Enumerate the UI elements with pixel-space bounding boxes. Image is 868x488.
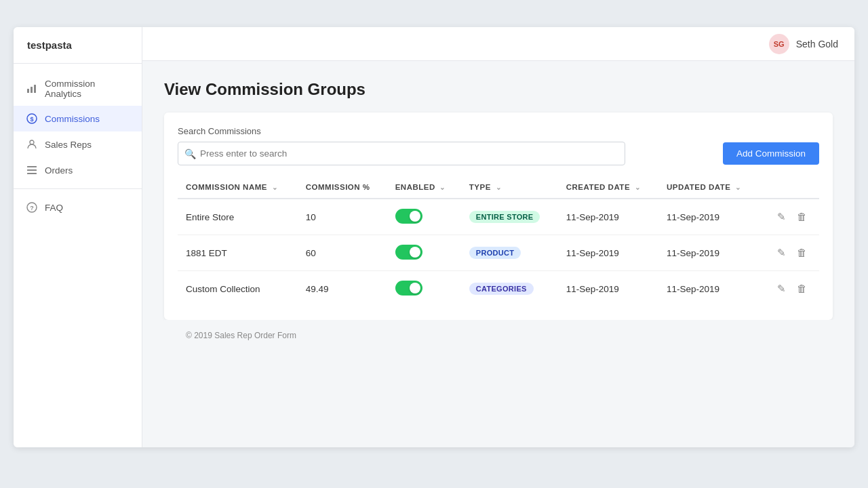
commissions-table: Commission Name ⌄ Commission % Enabled ⌄ [178,176,819,306]
delete-button[interactable]: 🗑 [793,244,811,261]
delete-button[interactable]: 🗑 [793,280,811,297]
sort-icon: ⌄ [439,184,446,191]
svg-rect-6 [27,166,37,167]
sidebar-faq-label: FAQ [45,203,63,213]
main-content: SG Seth Gold View Commission Groups Sear… [142,27,854,447]
cell-actions: ✎ 🗑 [759,199,819,235]
svg-rect-7 [27,169,37,171]
cell-created: 11-Sep-2019 [558,199,658,235]
cell-type: ENTIRE STORE [461,199,558,235]
sort-icon: ⌄ [635,184,641,191]
svg-rect-2 [34,85,36,93]
avatar: SG [769,34,789,54]
edit-button[interactable]: ✎ [773,280,790,298]
cell-name: Entire Store [178,199,298,235]
sidebar-item-sales-reps[interactable]: Sales Reps [14,131,142,157]
edit-button[interactable]: ✎ [773,208,790,226]
cell-enabled [387,235,461,271]
search-input[interactable] [178,142,625,165]
sidebar-item-label: Sales Reps [45,140,92,150]
app-logo: testpasta [14,27,142,64]
svg-text:$: $ [30,116,33,123]
svg-rect-0 [27,89,29,93]
dollar-icon: $ [26,113,38,125]
cell-actions: ✎ 🗑 [759,235,819,271]
divider [14,188,142,189]
type-badge: CATEGORIES [469,283,534,295]
sort-icon: ⌄ [496,184,502,191]
type-badge: PRODUCT [469,247,521,259]
cell-percent: 49.49 [298,271,387,307]
col-percent: Commission % [298,176,387,199]
col-enabled[interactable]: Enabled ⌄ [387,176,461,199]
sidebar-item-label: Commission Analytics [45,79,130,99]
col-type[interactable]: Type ⌄ [461,176,558,199]
enabled-toggle[interactable] [395,209,422,224]
table-head: Commission Name ⌄ Commission % Enabled ⌄ [178,176,819,199]
delete-button[interactable]: 🗑 [793,208,811,225]
search-wrapper: 🔍 [178,142,625,165]
col-created[interactable]: Created Date ⌄ [558,176,658,199]
list-icon [26,164,38,176]
cell-updated: 11-Sep-2019 [658,235,759,271]
sidebar-item-label: Commissions [45,114,100,124]
page-body: View Commission Groups Search Commission… [142,61,854,447]
sidebar-item-label: Orders [45,165,73,176]
search-label: Search Commissions [178,126,819,136]
sort-icon: ⌄ [272,184,278,191]
col-name[interactable]: Commission Name ⌄ [178,176,298,199]
sidebar-nav: Commission Analytics $ Commissions [14,64,142,447]
cell-created: 11-Sep-2019 [558,271,658,307]
person-icon [26,138,38,150]
sidebar-item-faq[interactable]: ? FAQ [14,195,142,220]
sidebar-item-commission-analytics[interactable]: Commission Analytics [14,72,142,106]
cell-name: 1881 EDT [178,235,298,271]
cell-enabled [387,271,461,307]
add-commission-button[interactable]: Add Commission [723,142,819,165]
cell-updated: 11-Sep-2019 [658,271,759,307]
svg-point-5 [30,140,34,144]
col-actions [759,176,819,199]
table-row: 1881 EDT 60 PRODUCT 11-Sep-2019 11-Sep-2… [178,235,819,271]
cell-percent: 10 [298,199,387,235]
edit-button[interactable]: ✎ [773,244,790,262]
cell-name: Custom Collection [178,271,298,307]
page-title: View Commission Groups [164,80,833,99]
cell-type: CATEGORIES [461,271,558,307]
table-row: Custom Collection 49.49 CATEGORIES 11-Se… [178,271,819,307]
sidebar: testpasta Commission Analytics [14,27,142,447]
top-bar: SG Seth Gold [142,27,854,61]
search-icon: 🔍 [184,148,196,159]
chart-icon [26,83,38,95]
sidebar-item-orders[interactable]: Orders [14,157,142,183]
table-body: Entire Store 10 ENTIRE STORE 11-Sep-2019… [178,199,819,306]
question-icon: ? [26,201,38,214]
search-section: Search Commissions 🔍 Add Commission [178,126,819,165]
col-updated[interactable]: Updated Date ⌄ [658,176,759,199]
sidebar-item-commissions[interactable]: $ Commissions [14,106,142,131]
cell-updated: 11-Sep-2019 [658,199,759,235]
table-row: Entire Store 10 ENTIRE STORE 11-Sep-2019… [178,199,819,235]
table-header-row: Commission Name ⌄ Commission % Enabled ⌄ [178,176,819,199]
cell-type: PRODUCT [461,235,558,271]
cell-actions: ✎ 🗑 [759,271,819,307]
user-name: Seth Gold [796,39,838,49]
cell-percent: 60 [298,235,387,271]
sort-icon: ⌄ [735,184,741,191]
svg-rect-8 [27,173,37,174]
main-card: Search Commissions 🔍 Add Commission [164,113,833,320]
footer-text: © 2019 Sales Rep Order Form [186,331,296,340]
svg-text:?: ? [30,205,34,211]
cell-created: 11-Sep-2019 [558,235,658,271]
footer: © 2019 Sales Rep Order Form [164,320,833,351]
svg-rect-1 [31,87,33,93]
type-badge: ENTIRE STORE [469,211,540,223]
enabled-toggle[interactable] [395,281,422,296]
cell-enabled [387,199,461,235]
search-row: 🔍 Add Commission [178,142,819,165]
enabled-toggle[interactable] [395,245,422,260]
